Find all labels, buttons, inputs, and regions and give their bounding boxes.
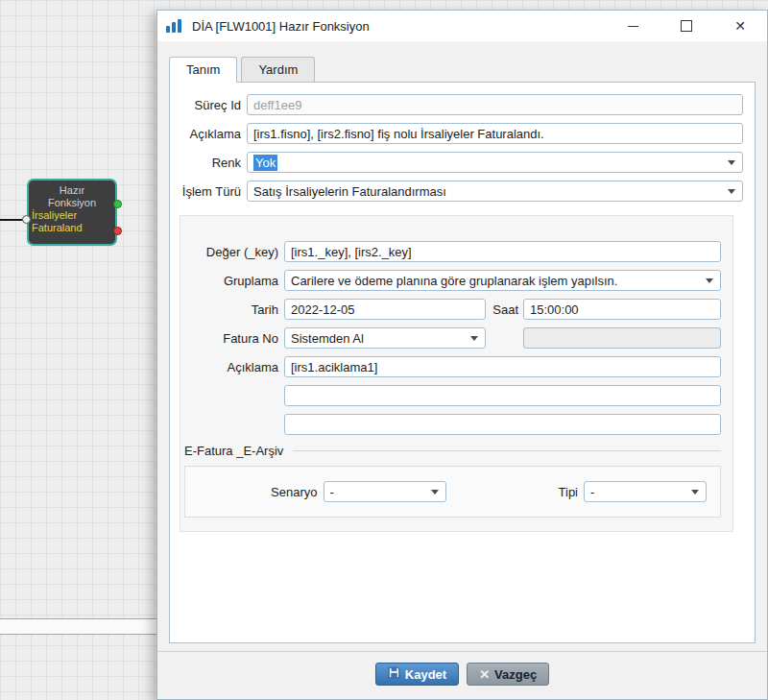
surec-id-row: Süreç Id deff1ee9: [176, 94, 743, 115]
chevron-down-icon: [728, 189, 735, 194]
tarih-label: Tarih: [182, 302, 278, 317]
aciklama3-input[interactable]: [284, 385, 721, 406]
efatura-panel: Senaryo - Tipi -: [184, 466, 721, 518]
node-title-line1: Hazır: [29, 184, 115, 197]
minimize-icon: [628, 26, 638, 27]
tipi-cell: Tipi -: [446, 481, 708, 502]
tarih-saat-row: Tarih 2022-12-05 Saat 15:00:00: [182, 299, 721, 320]
vazgec-label: Vazgeç: [494, 667, 537, 682]
dia-logo-icon: [165, 17, 186, 35]
node-error-port[interactable]: [113, 227, 122, 235]
fatura-no-label: Fatura No: [182, 331, 278, 346]
dialog-hazir-fonksiyon: DİA [FLW1001] Hazır Fonksiyon ✕ Tanım Ya…: [156, 10, 768, 700]
fatura-no-value: Sistemden Al: [291, 331, 364, 346]
fatura-no-select[interactable]: Sistemden Al: [284, 327, 486, 349]
renk-value: Yok: [253, 155, 277, 171]
tab-bar: Tanım Yardım: [169, 57, 756, 82]
aciklama-label: Açıklama: [176, 127, 241, 141]
node-sub-line1: İrsaliyeler: [29, 209, 115, 222]
chevron-down-icon: [470, 336, 478, 341]
maximize-button[interactable]: [660, 11, 713, 41]
tab-yardim[interactable]: Yardım: [241, 57, 315, 82]
tipi-label: Tipi: [559, 485, 578, 499]
deger-input[interactable]: [irs1._key], [irs2._key]: [284, 241, 721, 262]
cancel-x-icon: ✕: [479, 667, 490, 682]
tipi-value: -: [590, 485, 594, 499]
aciklama2-input[interactable]: [irs1.aciklama1]: [284, 356, 721, 377]
node-title-line2: Fonksiyon: [29, 197, 115, 209]
surec-id-value: deff1ee9: [253, 98, 301, 112]
kaydet-label: Kaydet: [405, 667, 446, 682]
node-success-port[interactable]: [113, 200, 122, 208]
minimize-button[interactable]: [606, 11, 660, 41]
gruplama-row: Gruplama Carilere ve ödeme planına göre …: [182, 270, 721, 291]
kaydet-button[interactable]: Kaydet: [375, 663, 459, 686]
senaryo-select[interactable]: -: [324, 481, 446, 502]
window-title: DİA [FLW1001] Hazır Fonksiyon: [192, 19, 606, 34]
tarih-input[interactable]: 2022-12-05: [284, 299, 486, 320]
chevron-down-icon: [728, 160, 735, 165]
renk-row: Renk Yok: [176, 152, 743, 173]
tarih-value: 2022-12-05: [291, 302, 355, 317]
saat-value: 15:00:00: [530, 302, 579, 317]
surec-id-label: Süreç Id: [176, 98, 241, 112]
saat-label: Saat: [490, 302, 518, 317]
dialog-footer: Kaydet ✕ Vazgeç: [157, 651, 767, 699]
section-divider: [293, 450, 721, 451]
aciklama-row: Açıklama [irs1.fisno], [irs2.fisno] fiş …: [176, 123, 743, 144]
surec-id-input[interactable]: deff1ee9: [247, 94, 743, 115]
detail-groupbox: Değer (_key) [irs1._key], [irs2._key] Gr…: [180, 215, 733, 532]
tab-tanim[interactable]: Tanım: [169, 57, 237, 83]
fatura-no-row: Fatura No Sistemden Al: [182, 327, 721, 349]
close-button[interactable]: ✕: [713, 11, 767, 41]
chevron-down-icon: [431, 490, 439, 495]
fatura-no-manual-input[interactable]: [523, 327, 721, 349]
efatura-section-title: E-Fatura _E-Arşiv: [184, 444, 283, 458]
aciklama-input[interactable]: [irs1.fisno], [irs2.fisno] fiş nolu İrsa…: [247, 123, 743, 144]
deger-label: Değer (_key): [182, 245, 278, 259]
aciklama-value: [irs1.fisno], [irs2.fisno] fiş nolu İrsa…: [253, 127, 544, 141]
tipi-select[interactable]: -: [584, 481, 707, 502]
islem-turu-row: İşlem Türü Satış İrsaliyelerin Faturalan…: [176, 181, 743, 202]
aciklama4-row: [182, 414, 721, 435]
aciklama2-label: Açıklama: [182, 360, 278, 374]
chevron-down-icon: [691, 490, 699, 495]
senaryo-label: Senaryo: [271, 485, 317, 499]
deger-value: [irs1._key], [irs2._key]: [291, 245, 412, 259]
title-bar[interactable]: DİA [FLW1001] Hazır Fonksiyon ✕: [157, 11, 767, 41]
node-input-port[interactable]: [22, 215, 31, 224]
chevron-down-icon: [706, 278, 713, 283]
vazgec-button[interactable]: ✕ Vazgeç: [467, 663, 549, 686]
saat-input[interactable]: 15:00:00: [523, 299, 721, 320]
islem-turu-select[interactable]: Satış İrsaliyelerin Faturalandırması: [247, 181, 743, 202]
islem-turu-value: Satış İrsaliyelerin Faturalandırması: [253, 184, 446, 199]
form-panel: Süreç Id deff1ee9 Açıklama [irs1.fisno],…: [169, 82, 756, 643]
islem-turu-label: İşlem Türü: [176, 184, 241, 199]
renk-label: Renk: [176, 156, 241, 170]
renk-select[interactable]: Yok: [247, 152, 743, 173]
aciklama4-input[interactable]: [284, 414, 721, 435]
save-icon: [388, 666, 400, 682]
gruplama-label: Gruplama: [182, 274, 278, 288]
deger-row: Değer (_key) [irs1._key], [irs2._key]: [182, 241, 721, 262]
efatura-section-header: E-Fatura _E-Arşiv: [184, 443, 721, 458]
senaryo-value: -: [330, 485, 334, 499]
gruplama-value: Carilere ve ödeme planına göre gruplanar…: [291, 274, 617, 288]
node-sub-line2: Faturaland: [29, 222, 115, 234]
aciklama2-row: Açıklama [irs1.aciklama1]: [182, 356, 721, 377]
gruplama-select[interactable]: Carilere ve ödeme planına göre gruplanar…: [284, 270, 721, 291]
aciklama2-value: [irs1.aciklama1]: [291, 360, 377, 374]
maximize-icon: [681, 20, 692, 32]
senaryo-cell: Senaryo -: [185, 481, 446, 502]
aciklama3-row: [182, 385, 721, 406]
flow-node-hazir-fonksiyon[interactable]: Hazır Fonksiyon İrsaliyeler Faturaland: [27, 179, 117, 246]
canvas-horizontal-scrollbar[interactable]: [0, 618, 156, 635]
